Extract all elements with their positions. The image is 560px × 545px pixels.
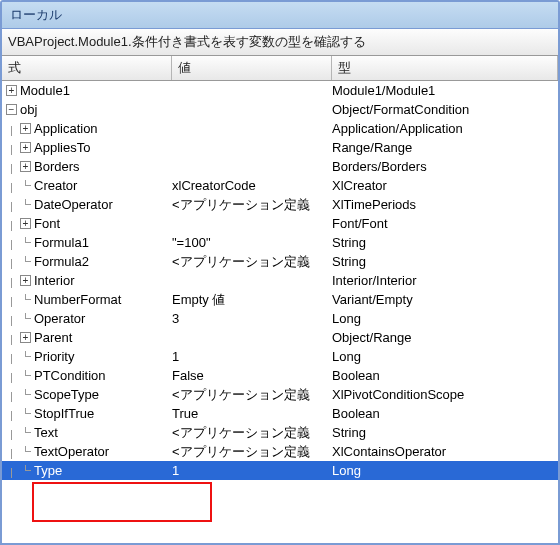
tree-row[interactable]: +FontFont/Font xyxy=(2,214,558,233)
value-cell: "=100" xyxy=(172,235,332,250)
expression-cell: TextOperator xyxy=(6,444,172,459)
variable-name: Formula1 xyxy=(34,235,89,250)
variable-name: Font xyxy=(34,216,60,231)
expression-cell: +Parent xyxy=(6,330,172,345)
expand-icon[interactable]: + xyxy=(20,142,31,153)
expand-icon[interactable]: + xyxy=(20,332,31,343)
tree-branch-icon xyxy=(20,256,31,267)
variable-name: Formula2 xyxy=(34,254,89,269)
expression-cell: +AppliesTo xyxy=(6,140,172,155)
tree-branch-icon xyxy=(20,313,31,324)
type-cell: Long xyxy=(332,311,558,326)
variable-name: DateOperator xyxy=(34,197,113,212)
tree-branch-icon xyxy=(20,237,31,248)
tree-branch-icon xyxy=(20,446,31,457)
type-cell: Variant/Empty xyxy=(332,292,558,307)
expression-cell: +Interior xyxy=(6,273,172,288)
tree-branch-icon xyxy=(20,351,31,362)
tree-row[interactable]: −objObject/FormatCondition xyxy=(2,100,558,119)
expression-cell: Priority xyxy=(6,349,172,364)
type-cell: String xyxy=(332,235,558,250)
expand-icon[interactable]: + xyxy=(20,161,31,172)
variable-name: Text xyxy=(34,425,58,440)
value-cell: <アプリケーション定義 xyxy=(172,386,332,404)
type-cell: String xyxy=(332,425,558,440)
value-cell: <アプリケーション定義 xyxy=(172,424,332,442)
type-cell: Range/Range xyxy=(332,140,558,155)
type-cell: Object/Range xyxy=(332,330,558,345)
tree-row[interactable]: +BordersBorders/Borders xyxy=(2,157,558,176)
variable-name: Module1 xyxy=(20,83,70,98)
value-cell: 3 xyxy=(172,311,332,326)
collapse-icon[interactable]: − xyxy=(6,104,17,115)
value-cell: <アプリケーション定義 xyxy=(172,253,332,271)
tree-branch-icon xyxy=(20,408,31,419)
value-cell: xlCreatorCode xyxy=(172,178,332,193)
expression-cell: Type xyxy=(6,463,172,478)
type-cell: Font/Font xyxy=(332,216,558,231)
tree-row[interactable]: PTConditionFalseBoolean xyxy=(2,366,558,385)
expand-icon[interactable]: + xyxy=(20,123,31,134)
type-cell: Borders/Borders xyxy=(332,159,558,174)
expand-icon[interactable]: + xyxy=(20,275,31,286)
tree-row[interactable]: +ParentObject/Range xyxy=(2,328,558,347)
tree-branch-icon xyxy=(20,199,31,210)
locals-window: ローカル VBAProject.Module1.条件付き書式を表す変数の型を確認… xyxy=(0,0,560,545)
expression-cell: +Borders xyxy=(6,159,172,174)
type-cell: Interior/Interior xyxy=(332,273,558,288)
expression-cell: ScopeType xyxy=(6,387,172,402)
value-cell: True xyxy=(172,406,332,421)
type-cell: Application/Application xyxy=(332,121,558,136)
value-cell: 1 xyxy=(172,349,332,364)
tree-rows: +Module1Module1/Module1−objObject/Format… xyxy=(2,81,558,480)
tree-row[interactable]: +ApplicationApplication/Application xyxy=(2,119,558,138)
tree-row[interactable]: CreatorxlCreatorCodeXlCreator xyxy=(2,176,558,195)
tree-row[interactable]: +Module1Module1/Module1 xyxy=(2,81,558,100)
type-cell: XlCreator xyxy=(332,178,558,193)
tree-row[interactable]: +InteriorInterior/Interior xyxy=(2,271,558,290)
variable-name: ScopeType xyxy=(34,387,99,402)
type-cell: Long xyxy=(332,349,558,364)
tree-row[interactable]: Formula1"=100"String xyxy=(2,233,558,252)
expand-icon[interactable]: + xyxy=(20,218,31,229)
tree-row[interactable]: Type1Long xyxy=(2,461,558,480)
tree-row[interactable]: TextOperator<アプリケーション定義XlContainsOperato… xyxy=(2,442,558,461)
variable-name: Interior xyxy=(34,273,74,288)
expression-cell: NumberFormat xyxy=(6,292,172,307)
tree-row[interactable]: Text<アプリケーション定義String xyxy=(2,423,558,442)
variable-name: TextOperator xyxy=(34,444,109,459)
type-cell: XlContainsOperator xyxy=(332,444,558,459)
value-cell: False xyxy=(172,368,332,383)
tree-row[interactable]: Operator3Long xyxy=(2,309,558,328)
tree-branch-icon xyxy=(20,294,31,305)
variable-name: obj xyxy=(20,102,37,117)
tree-row[interactable]: Priority1Long xyxy=(2,347,558,366)
variable-name: Creator xyxy=(34,178,77,193)
expand-icon[interactable]: + xyxy=(6,85,17,96)
header-expression[interactable]: 式 xyxy=(2,56,172,80)
tree-branch-icon xyxy=(20,427,31,438)
type-cell: Boolean xyxy=(332,406,558,421)
expression-cell: Text xyxy=(6,425,172,440)
expression-cell: PTCondition xyxy=(6,368,172,383)
value-cell: 1 xyxy=(172,463,332,478)
tree-row[interactable]: +AppliesToRange/Range xyxy=(2,138,558,157)
tree-branch-icon xyxy=(20,370,31,381)
type-cell: Object/FormatCondition xyxy=(332,102,558,117)
window-title: ローカル xyxy=(2,2,558,29)
tree-row[interactable]: DateOperator<アプリケーション定義XlTimePeriods xyxy=(2,195,558,214)
variable-name: Borders xyxy=(34,159,80,174)
tree-row[interactable]: ScopeType<アプリケーション定義XlPivotConditionScop… xyxy=(2,385,558,404)
tree-row[interactable]: StopIfTrueTrueBoolean xyxy=(2,404,558,423)
tree-row[interactable]: Formula2<アプリケーション定義String xyxy=(2,252,558,271)
variable-name: Application xyxy=(34,121,98,136)
expression-cell: +Application xyxy=(6,121,172,136)
header-type[interactable]: 型 xyxy=(332,56,558,80)
procedure-path: VBAProject.Module1.条件付き書式を表す変数の型を確認する xyxy=(2,29,558,56)
header-value[interactable]: 値 xyxy=(172,56,332,80)
value-cell: <アプリケーション定義 xyxy=(172,443,332,461)
expression-cell: StopIfTrue xyxy=(6,406,172,421)
expression-cell: Formula1 xyxy=(6,235,172,250)
tree-row[interactable]: NumberFormatEmpty 値Variant/Empty xyxy=(2,290,558,309)
expression-cell: +Module1 xyxy=(6,83,172,98)
